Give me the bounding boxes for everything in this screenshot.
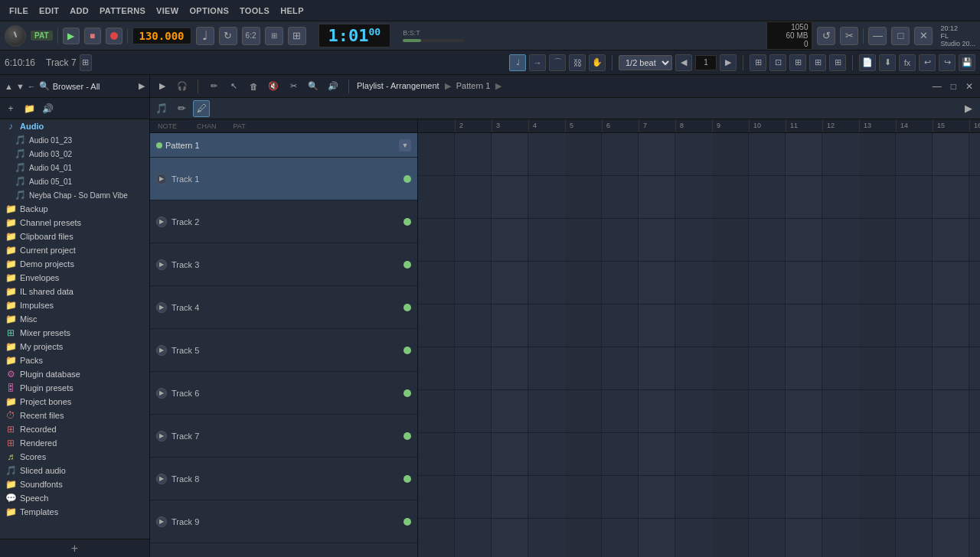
grid-cell-5-11[interactable] (786, 305, 822, 347)
tb-undo-btn[interactable]: ↩ (919, 54, 936, 71)
grid-cell-4-9[interactable] (712, 262, 749, 304)
browser-arrow-down[interactable]: ▼ (16, 82, 24, 91)
menu-patterns[interactable]: PATTERNS (95, 5, 150, 17)
grid-cell-1-5[interactable] (565, 133, 602, 175)
grid-cell-1-9[interactable] (712, 133, 749, 175)
sidebar-item-envelopes[interactable]: 📁 Envelopes (0, 271, 149, 285)
playlist-headphone-btn[interactable]: 🎧 (175, 79, 190, 94)
sidebar-item-channel-presets[interactable]: 📁 Channel presets (0, 216, 149, 230)
grid-cell-2-14[interactable] (896, 176, 933, 218)
playlist-draw-btn[interactable]: ✏ (206, 79, 221, 94)
refresh-icon[interactable]: ↺ (817, 27, 835, 45)
playlist-delete-btn[interactable]: 🗑 (246, 79, 261, 94)
track-play-4[interactable]: ▶ (156, 302, 167, 313)
playlist-vol-btn[interactable]: 🔊 (325, 79, 341, 94)
browser-chevron[interactable]: ▶ (139, 81, 145, 91)
grid-row-7[interactable] (418, 390, 980, 433)
tb-fx-btn[interactable]: fx (899, 54, 916, 71)
arrow-right-btn[interactable]: → (529, 54, 546, 71)
track-play-7[interactable]: ▶ (156, 431, 167, 441)
sidebar-item-audio[interactable]: ♪ Audio (0, 119, 149, 133)
grid-cell-9-7[interactable] (639, 476, 675, 518)
grid-cell-5-14[interactable] (896, 305, 933, 347)
grid-cell-1-10[interactable] (749, 133, 786, 175)
grid-body[interactable] (418, 133, 980, 557)
grid-cell-2-16[interactable] (969, 176, 980, 218)
record-button[interactable] (106, 28, 122, 44)
grid-cell-5-3[interactable] (492, 305, 528, 347)
playlist-max-btn[interactable]: □ (949, 81, 959, 92)
maximize-icon[interactable]: □ (891, 27, 910, 45)
grid-row-2[interactable] (418, 176, 980, 219)
track-play-1[interactable]: ▶ (156, 174, 167, 184)
grid-cell-10-6[interactable] (602, 519, 639, 557)
time-sig-icon[interactable]: 6:2 (242, 27, 260, 45)
sidebar-item-plugin-db[interactable]: ⚙ Plugin database (0, 367, 149, 381)
grid-cell-7-6[interactable] (602, 390, 639, 432)
grid-cell-9-6[interactable] (602, 476, 639, 518)
grid-cell-1-8[interactable] (675, 133, 712, 175)
stop-button[interactable]: ■ (84, 28, 101, 44)
snap-right-btn[interactable]: ▶ (720, 54, 737, 71)
grid-cell-9-4[interactable] (528, 476, 565, 518)
playlist-select-btn[interactable]: ↖ (226, 79, 241, 94)
browser-add-btn[interactable]: + (3, 101, 18, 116)
tb-grid-btn[interactable]: ⊞ (789, 54, 806, 71)
grid-cell-10-13[interactable] (859, 519, 896, 557)
grid-cell-3-3[interactable] (492, 219, 528, 261)
grid-cell-2-12[interactable] (822, 176, 859, 218)
track-header-9[interactable]: ▶ Track 9 (150, 500, 417, 543)
track-header-5[interactable]: ▶ Track 5 (150, 329, 417, 372)
grid-cell-9-13[interactable] (859, 476, 896, 518)
grid-cell-1-4[interactable] (528, 133, 565, 175)
grid-cell-7-13[interactable] (859, 390, 896, 432)
grid-cell-10-16[interactable] (969, 519, 980, 557)
grid-cell-9-5[interactable] (565, 476, 602, 518)
grid-cell-7-11[interactable] (786, 390, 822, 432)
grid-cell-1-14[interactable] (896, 133, 933, 175)
grid-row-1[interactable] (418, 133, 980, 176)
grid-cell-2-13[interactable] (859, 176, 896, 218)
grid-cell-6-1[interactable] (418, 347, 455, 389)
grid-cell-9-16[interactable] (969, 476, 980, 518)
grid-cell-10-8[interactable] (675, 519, 712, 557)
track-play-2[interactable]: ▶ (156, 217, 167, 227)
grid-cell-1-13[interactable] (859, 133, 896, 175)
sidebar-item-impulses[interactable]: 📁 Impulses (0, 298, 149, 312)
grid-cell-2-11[interactable] (786, 176, 822, 218)
grid-cell-3-2[interactable] (455, 219, 492, 261)
grid-cell-5-16[interactable] (969, 305, 980, 347)
grid-cell-9-15[interactable] (933, 476, 969, 518)
grid-cell-8-1[interactable] (418, 433, 455, 475)
playlist-zoom-btn[interactable]: 🔍 (305, 79, 321, 94)
grid-cell-10-9[interactable] (712, 519, 749, 557)
grid-cell-9-10[interactable] (749, 476, 786, 518)
grid-cell-2-10[interactable] (749, 176, 786, 218)
grid-cell-7-16[interactable] (969, 390, 980, 432)
grid-cell-4-11[interactable] (786, 262, 822, 304)
browser-folder-btn[interactable]: 📁 (21, 101, 37, 116)
browser-vol-btn[interactable]: 🔊 (40, 101, 55, 116)
grid-cell-6-13[interactable] (859, 347, 896, 389)
metronome-icon[interactable]: ♩ (196, 27, 214, 45)
sidebar-item-rendered[interactable]: ⊞ Rendered (0, 436, 149, 450)
tb-down-btn[interactable]: ⬇ (879, 54, 896, 71)
grid-cell-8-5[interactable] (565, 433, 602, 475)
grid-cell-2-7[interactable] (639, 176, 675, 218)
grid-cell-5-15[interactable] (933, 305, 969, 347)
track-header-7[interactable]: ▶ Track 7 (150, 415, 417, 458)
grid-cell-10-12[interactable] (822, 519, 859, 557)
playlist-min-btn[interactable]: — (930, 81, 944, 92)
grid-cell-1-2[interactable] (455, 133, 492, 175)
menu-file[interactable]: FILE (5, 5, 33, 17)
grid-cell-10-2[interactable] (455, 519, 492, 557)
sidebar-item-audio04[interactable]: 🎵 Audio 04_01 (0, 161, 149, 174)
grid-cell-3-13[interactable] (859, 219, 896, 261)
grid-cell-7-4[interactable] (528, 390, 565, 432)
grid-cell-6-12[interactable] (822, 347, 859, 389)
menu-edit[interactable]: EDIT (34, 5, 64, 17)
grid-cell-4-10[interactable] (749, 262, 786, 304)
minimize-icon[interactable]: — (868, 27, 887, 45)
track-play-9[interactable]: ▶ (156, 516, 167, 527)
grid-cell-4-15[interactable] (933, 262, 969, 304)
